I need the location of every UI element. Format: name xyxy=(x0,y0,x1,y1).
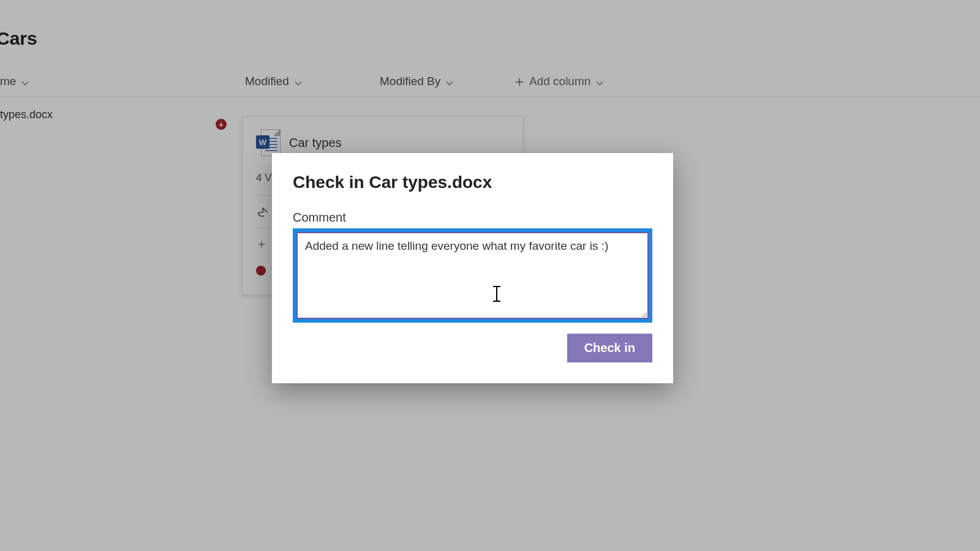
checkin-dialog: Check in Car types.docx Comment Check in xyxy=(272,153,673,383)
comment-field-label: Comment xyxy=(293,211,652,225)
dialog-title: Check in Car types.docx xyxy=(293,173,652,192)
comment-field-highlight xyxy=(293,228,652,323)
comment-input[interactable] xyxy=(296,232,649,319)
checkin-button[interactable]: Check in xyxy=(567,334,652,362)
